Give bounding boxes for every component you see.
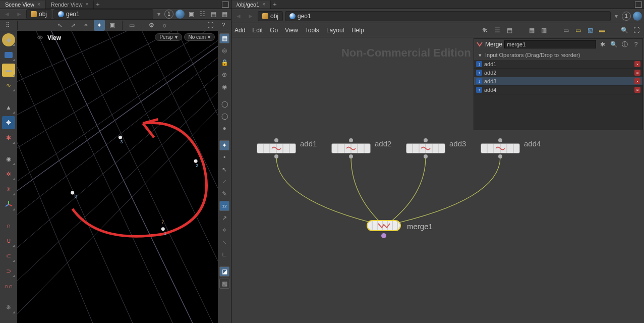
search-icon[interactable]: 🔍 xyxy=(609,40,618,49)
display-normals-icon[interactable]: ✦ xyxy=(219,140,229,150)
line-icon[interactable]: ⟋ xyxy=(219,177,229,187)
input-port[interactable] xyxy=(349,138,353,142)
tab-render-view[interactable]: Render View× xyxy=(46,1,94,9)
axis-tool-icon[interactable] xyxy=(2,198,15,211)
node-merge1[interactable]: merge1 xyxy=(367,220,401,238)
thumb-view-icon[interactable]: ▥ xyxy=(539,26,548,35)
gear-icon[interactable]: ✱ xyxy=(598,40,607,49)
reorder-handle-icon[interactable]: ↕ xyxy=(476,78,482,84)
cursor-icon[interactable]: ↖ xyxy=(219,165,229,175)
input-port[interactable] xyxy=(274,138,278,142)
snap-grid-icon[interactable]: ∩∩ xyxy=(2,280,15,293)
select-box-icon[interactable]: ⌖ xyxy=(81,20,92,31)
menu-go[interactable]: Go xyxy=(270,27,278,34)
fx-tool-icon[interactable]: ❋ xyxy=(2,301,15,314)
create-geo-icon[interactable]: ◆ xyxy=(2,33,15,46)
input-port[interactable] xyxy=(498,138,502,142)
node-name-input[interactable] xyxy=(504,40,596,48)
take-list-icon[interactable]: ☷ xyxy=(198,10,207,19)
target-icon[interactable]: ⊕ xyxy=(219,70,229,80)
material-icon[interactable]: ◪ xyxy=(219,266,229,277)
gear-icon[interactable]: ⚙ xyxy=(146,20,157,31)
menu-layout[interactable]: Layout xyxy=(326,27,344,34)
checker-icon[interactable]: ▩ xyxy=(219,279,229,289)
input-row[interactable]: ↕add2× xyxy=(474,69,642,77)
close-icon[interactable]: × xyxy=(86,2,89,7)
lock-icon[interactable]: 🔒 xyxy=(219,58,229,68)
add-tab-button[interactable]: ＋ xyxy=(94,0,102,9)
viewport-point[interactable] xyxy=(71,191,74,194)
bulb-off-icon[interactable]: ◯ xyxy=(219,99,229,109)
handle-tool-icon[interactable]: ✦ xyxy=(94,20,105,31)
grid-points-icon[interactable]: ⠿ xyxy=(2,20,13,31)
sticky-icon[interactable]: ▭ xyxy=(573,26,582,35)
node-add1[interactable]: add1 xyxy=(257,138,296,158)
linked-pane-icon[interactable] xyxy=(175,10,185,19)
node-add4[interactable]: add4 xyxy=(481,138,520,158)
reorder-handle-icon[interactable]: ↕ xyxy=(476,87,482,93)
remove-input-icon[interactable]: × xyxy=(634,78,640,84)
search-icon[interactable]: 🔍 xyxy=(620,26,629,35)
maximize-pane-icon[interactable] xyxy=(635,2,642,8)
snap-points-icon[interactable]: ∩ xyxy=(2,219,15,232)
create-curve-icon[interactable]: ∿ xyxy=(2,79,15,92)
menu-edit[interactable]: Edit xyxy=(252,27,263,34)
pencil-icon[interactable]: ✎ xyxy=(219,189,229,199)
menu-add[interactable]: Add xyxy=(235,27,245,34)
grid-view-icon[interactable]: ▦ xyxy=(527,26,536,35)
viewport-point[interactable] xyxy=(119,136,122,139)
tools-icon[interactable]: 🛠 xyxy=(481,26,490,35)
select-tool-icon[interactable]: ▲ xyxy=(2,101,15,114)
crumb-obj[interactable]: obj xyxy=(26,9,51,19)
input-row[interactable]: ↕add4× xyxy=(474,86,642,94)
remove-input-icon[interactable]: × xyxy=(634,61,640,67)
crumb-geo[interactable]: geo1 xyxy=(285,11,611,21)
nav-fwd-icon[interactable]: ► xyxy=(14,9,24,19)
viewport-point[interactable] xyxy=(194,159,198,163)
image-icon[interactable]: ▧ xyxy=(586,26,595,35)
snap-multi-icon[interactable]: ⊃ xyxy=(2,264,15,278)
pin-number[interactable]: 1 xyxy=(622,12,631,21)
remove-input-icon[interactable]: × xyxy=(634,87,640,93)
line2-icon[interactable]: ⟍ xyxy=(219,237,229,247)
nav-back-icon[interactable]: ◄ xyxy=(233,11,244,21)
camera-persp-dropdown[interactable]: Persp ▾ xyxy=(155,33,182,41)
close-icon[interactable]: × xyxy=(262,2,265,7)
input-row[interactable]: ↕add3× xyxy=(474,77,642,86)
bones-tool-icon[interactable]: ✳ xyxy=(2,183,15,196)
reorder-handle-icon[interactable]: ↕ xyxy=(476,61,482,67)
viewport-canvas[interactable]: 03217 👁View Persp ▾ No cam ▾ Non-Commerc… xyxy=(17,31,218,323)
output-port[interactable] xyxy=(424,154,428,158)
layout-icon[interactable]: ⛶ xyxy=(205,20,216,31)
shading-mode-icon[interactable]: ▦ xyxy=(219,33,229,43)
output-port[interactable] xyxy=(349,154,353,158)
construction-plane-icon[interactable]: ▭ xyxy=(127,20,138,31)
list-icon[interactable]: ▤ xyxy=(505,26,514,35)
flipbook-icon[interactable]: ▦ xyxy=(220,10,229,19)
bulb-on-icon[interactable]: ◯ xyxy=(219,111,229,121)
move-tool-icon[interactable]: ✥ xyxy=(2,116,15,129)
camera-tool-icon[interactable]: ▣ xyxy=(107,20,118,31)
crumb-obj[interactable]: obj xyxy=(258,11,283,21)
reorder-handle-icon[interactable]: ↕ xyxy=(476,70,482,76)
sparkle-icon[interactable]: ✧ xyxy=(219,225,229,235)
input-port[interactable] xyxy=(424,138,428,142)
output-port[interactable] xyxy=(381,233,386,238)
dot-icon[interactable]: • xyxy=(219,152,229,163)
menu-view[interactable]: View xyxy=(285,27,298,34)
add-tab-button[interactable]: ＋ xyxy=(271,0,279,9)
select-arrow-icon[interactable]: ↖ xyxy=(54,20,66,31)
sun-icon[interactable]: ☼ xyxy=(159,20,170,31)
create-box-icon[interactable]: ▬ xyxy=(2,64,15,77)
camera-select-dropdown[interactable]: No cam ▾ xyxy=(184,33,215,41)
arc-tool-icon[interactable]: ◡ xyxy=(2,316,15,323)
crumb-dropdown-icon[interactable]: ▾ xyxy=(613,13,620,20)
tab-scene-view[interactable]: Scene View× xyxy=(0,1,46,9)
help-icon[interactable]: ? xyxy=(631,40,640,49)
chevron-down-icon[interactable]: ▾ xyxy=(477,52,483,59)
point-num-icon[interactable]: 12 xyxy=(219,201,229,211)
snapshot-icon[interactable]: ▣ xyxy=(187,10,196,19)
wheel-icon[interactable]: ◉ xyxy=(219,82,229,92)
rig-tool-icon[interactable]: ✲ xyxy=(2,168,15,181)
output-port[interactable] xyxy=(274,154,278,158)
